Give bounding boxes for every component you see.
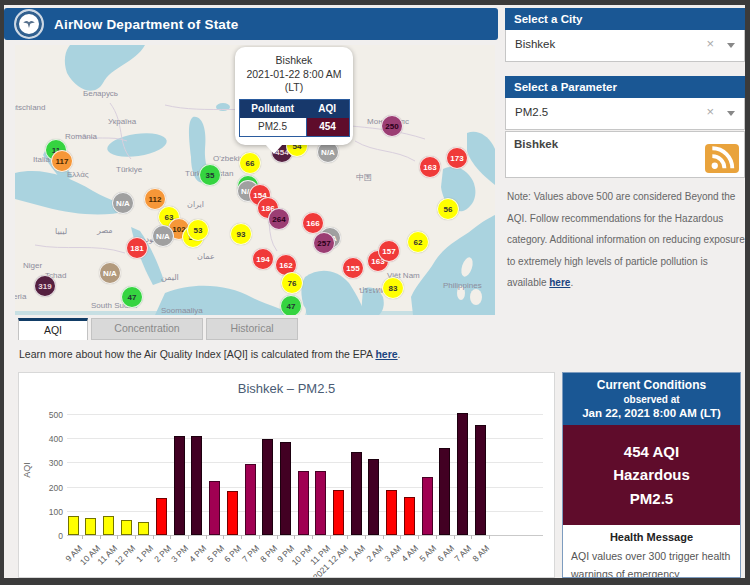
select-parameter-header: Select a Parameter (505, 76, 745, 98)
city-clear-icon[interactable]: × (706, 37, 714, 50)
x-tick (188, 535, 189, 539)
aqi-map-marker[interactable]: 117 (51, 150, 73, 172)
chart-bar[interactable] (174, 436, 185, 535)
current-aqi-pollutant: PM2.5 (567, 487, 736, 510)
learn-more-here-link[interactable]: here (375, 348, 397, 360)
current-conditions-datetime: Jan 22, 2021 8:00 AM (LT) (567, 407, 736, 419)
aqi-map-marker[interactable]: 194 (252, 248, 274, 270)
parameter-clear-icon[interactable]: × (706, 105, 714, 118)
aqi-map[interactable]: DeutschlandБеларусьУкраїнаRomâniaItaliaΕ… (15, 45, 495, 315)
aqi-map-marker[interactable]: 76 (281, 272, 303, 294)
aqi-map-marker[interactable]: 173 (446, 147, 468, 169)
select-city-header: Select a City (505, 8, 745, 30)
aqi-map-marker[interactable]: 157 (378, 240, 400, 262)
aqi-map-marker[interactable]: 53 (187, 219, 209, 241)
tab-aqi[interactable]: AQI (18, 318, 88, 340)
chart-bar[interactable] (404, 497, 415, 535)
aqi-map-marker[interactable]: 93 (230, 223, 252, 245)
y-tick-label: 100 (39, 507, 63, 517)
chart-title: Bishkek – PM2.5 (19, 381, 554, 396)
chart-bar[interactable] (156, 498, 167, 535)
map-label: Türkiye (116, 165, 142, 174)
aqi-map-marker[interactable]: 163 (419, 156, 441, 178)
aqi-map-marker[interactable]: 47 (280, 295, 302, 315)
chart-bar[interactable] (227, 491, 238, 535)
aqi-map-marker[interactable]: N/A (112, 192, 134, 214)
aqi-map-marker[interactable]: 83 (382, 277, 404, 299)
chart-bar[interactable] (351, 452, 362, 535)
note-text-period: . (570, 277, 573, 288)
health-message-block: Health Message AQI values over 300 trigg… (563, 525, 740, 578)
note-here-link[interactable]: here (549, 277, 570, 288)
gridline (67, 462, 543, 463)
chart-bar[interactable] (68, 516, 79, 535)
map-label: مصر (97, 226, 113, 235)
map-label: Nigeria (15, 292, 26, 301)
popup-lt: (LT) (235, 81, 353, 95)
note-text: Note: Values above 500 are considered Be… (507, 186, 745, 294)
tab-concentration[interactable]: Concentration (91, 318, 203, 340)
x-tick (365, 535, 366, 539)
chart-bar[interactable] (191, 436, 202, 535)
x-tick (400, 535, 401, 539)
aqi-map-marker[interactable]: 35 (199, 164, 221, 186)
map-popup: Bishkek 2021-01-22 8:00 AM (LT) Pollutan… (235, 47, 353, 145)
tab-historical[interactable]: Historical (206, 318, 298, 340)
aqi-map-marker[interactable]: 250 (381, 115, 403, 137)
aqi-map-marker[interactable]: N/A (152, 225, 174, 247)
x-tick (241, 535, 242, 539)
app-header: AirNow Department of State (4, 8, 498, 40)
popup-aqi-value: 454 (306, 118, 349, 137)
aqi-map-marker[interactable]: 47 (121, 286, 143, 308)
chart-bar[interactable] (85, 518, 96, 535)
x-tick (206, 535, 207, 539)
chart-bar[interactable] (138, 522, 149, 535)
y-tick-label: 400 (39, 434, 63, 444)
map-label: România (65, 132, 97, 141)
chart-bar[interactable] (315, 471, 326, 535)
chart-bar[interactable] (386, 490, 397, 535)
current-conditions-subtitle: observed at (567, 394, 736, 405)
map-label: Niger (23, 261, 42, 270)
aqi-map-marker[interactable]: 319 (34, 275, 56, 297)
map-label: 中国 (356, 172, 372, 183)
map-label: عمان (197, 252, 215, 261)
chart-bar[interactable] (103, 516, 114, 535)
aqi-map-marker[interactable]: 264 (268, 208, 290, 230)
city-select-value: Bishkek (515, 38, 555, 50)
x-tick (471, 535, 472, 539)
x-tick (223, 535, 224, 539)
chart-bar[interactable] (368, 459, 379, 535)
city-select[interactable]: Bishkek × (505, 30, 745, 62)
aqi-map-marker[interactable]: 62 (407, 231, 429, 253)
aqi-map-marker[interactable]: 56 (437, 198, 459, 220)
aqi-bar-chart: Bishkek – PM2.5 AQI 0100200300400500 9 A… (18, 372, 555, 578)
chart-bar[interactable] (280, 442, 291, 535)
rss-feed-box: Bishkek (505, 131, 745, 178)
city-caret-down-icon[interactable] (727, 43, 735, 48)
x-tick (277, 535, 278, 539)
parameter-select[interactable]: PM2.5 × (505, 98, 745, 130)
chart-bar[interactable] (422, 477, 433, 535)
chart-y-axis-label: AQI (22, 450, 32, 490)
parameter-caret-down-icon[interactable] (727, 111, 735, 116)
chart-bar[interactable] (439, 448, 450, 535)
aqi-map-marker[interactable]: 181 (126, 237, 148, 259)
chart-bar[interactable] (209, 481, 220, 535)
aqi-map-marker[interactable]: N/A (99, 262, 121, 284)
chart-bar[interactable] (262, 439, 273, 535)
chart-bar[interactable] (333, 490, 344, 535)
rss-icon[interactable] (705, 144, 739, 173)
chart-bar[interactable] (457, 413, 468, 535)
chart-bar[interactable] (475, 425, 486, 535)
chart-bar[interactable] (298, 471, 309, 535)
aqi-map-marker[interactable]: 155 (342, 257, 364, 279)
app-title: AirNow Department of State (54, 17, 238, 32)
x-tick (312, 535, 313, 539)
aqi-map-marker[interactable]: 257 (313, 232, 335, 254)
chart-bar[interactable] (121, 520, 132, 535)
current-conditions-header: Current Conditions observed at Jan 22, 2… (563, 373, 740, 425)
gridline (67, 438, 543, 439)
chart-bar[interactable] (245, 464, 256, 535)
aqi-map-marker[interactable]: 66 (239, 152, 261, 174)
